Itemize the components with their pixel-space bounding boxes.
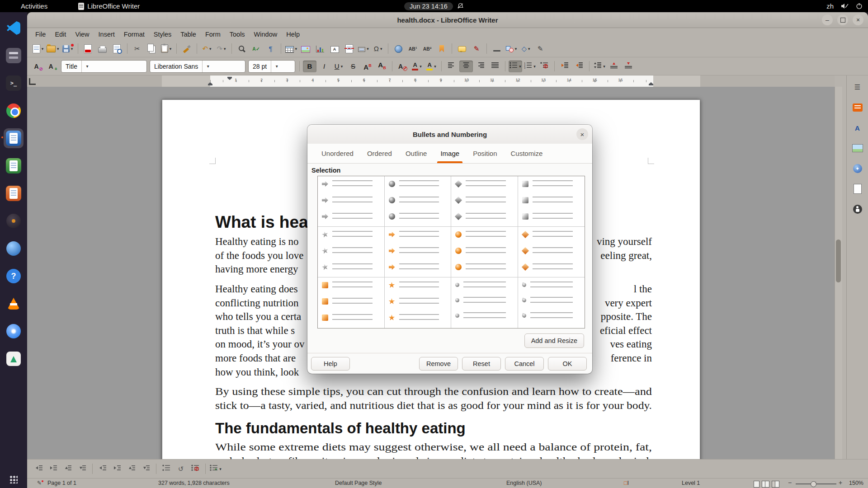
toggle-print-preview-button[interactable]	[110, 43, 124, 55]
dock-item-libreoffice-calc[interactable]	[4, 156, 24, 176]
ordered-list-button[interactable]: 123▾	[523, 61, 537, 72]
tab-unordered[interactable]: Unordered	[315, 144, 360, 163]
menu-help[interactable]: Help	[282, 29, 304, 39]
bullet-option-orange-square[interactable]	[318, 277, 385, 328]
clock[interactable]: Jun 23 14:16	[404, 2, 453, 10]
remove-button[interactable]: Remove	[419, 357, 458, 371]
ok-button[interactable]: OK	[548, 357, 587, 371]
align-left-button[interactable]	[445, 61, 458, 72]
bullet-option-orange-sphere[interactable]	[451, 227, 518, 277]
tab-ordered[interactable]: Ordered	[360, 144, 399, 163]
strikethrough-button[interactable]: S	[346, 61, 360, 72]
accessibility-check-deck-button[interactable]	[851, 203, 864, 216]
reset-button[interactable]: Reset	[462, 357, 501, 371]
dock-item-dark-app[interactable]	[4, 211, 24, 231]
page-count[interactable]: Page 1 of 1	[47, 480, 76, 486]
insert-special-character-button[interactable]: Ω▾	[371, 43, 385, 55]
close-button[interactable]: ×	[853, 14, 863, 25]
keyboard-layout-indicator[interactable]: zh	[826, 2, 834, 10]
dock-item-libreoffice-impress[interactable]	[4, 183, 24, 203]
zoom-in-button[interactable]: +	[839, 479, 842, 486]
tab-stop-selector[interactable]	[29, 78, 36, 85]
zoom-level[interactable]: 150%	[849, 480, 863, 486]
properties-deck-button[interactable]	[851, 101, 864, 114]
styles-deck-button[interactable]: A	[851, 122, 864, 134]
export-pdf-button[interactable]	[81, 43, 95, 55]
superscript-button[interactable]: AB	[361, 61, 374, 72]
promote-with-subpoints-button[interactable]	[96, 463, 109, 475]
window-titlebar[interactable]: health.docx - LibreOffice Writer – ×	[27, 12, 868, 28]
decrease-paragraph-spacing-button[interactable]	[622, 61, 635, 72]
demote-outline-level-button[interactable]	[47, 463, 60, 475]
document-modified-icon[interactable]: ✎	[37, 480, 42, 486]
unordered-list-button[interactable]: ▾	[509, 61, 522, 72]
tab-position[interactable]: Position	[466, 144, 504, 163]
insert-page-break-button[interactable]	[342, 43, 356, 55]
bullet-option-gray-sphere[interactable]	[385, 176, 452, 227]
dock-item-globe-app[interactable]	[4, 239, 24, 258]
demote-with-subpoints-button[interactable]	[110, 463, 124, 475]
selection-mode[interactable]: □I	[624, 480, 629, 486]
maximize-button[interactable]	[837, 14, 848, 25]
decrease-indent-button[interactable]	[572, 61, 586, 72]
line-spacing-button[interactable]: ▾	[593, 61, 606, 72]
vertical-scrollbar[interactable]	[835, 87, 842, 459]
add-and-resize-button[interactable]: Add and Resize	[524, 333, 584, 348]
bullet-option-orange-arrow[interactable]	[385, 227, 452, 277]
gallery-deck-button[interactable]	[851, 142, 864, 155]
find-replace-button[interactable]	[235, 43, 249, 55]
underline-button[interactable]: U▾	[332, 61, 345, 72]
new-style-button[interactable]: A+	[46, 61, 59, 72]
page-deck-button[interactable]	[851, 183, 864, 195]
minimize-button[interactable]: –	[822, 14, 833, 25]
dock-item-vlc[interactable]	[4, 294, 24, 314]
insert-endnote-button[interactable]: AB²	[420, 43, 434, 55]
font-color-button[interactable]: A▾	[410, 61, 424, 72]
scrollbar-thumb[interactable]	[836, 239, 841, 282]
dialog-close-button[interactable]: ×	[576, 128, 588, 140]
move-down-button[interactable]	[75, 463, 89, 475]
paste-button[interactable]: ▾	[160, 43, 173, 55]
tab-outline[interactable]: Outline	[399, 144, 434, 163]
help-button[interactable]: Help	[311, 357, 350, 371]
bullet-option-orange-star[interactable]	[385, 277, 452, 328]
font-size-combo[interactable]: 28 pt▾	[248, 60, 295, 73]
menu-styles[interactable]: Styles	[149, 29, 176, 39]
increase-paragraph-spacing-button[interactable]	[607, 61, 621, 72]
insert-text-box-button[interactable]: A	[328, 43, 341, 55]
dock-item-help[interactable]: ?	[4, 266, 24, 286]
symbol-shapes-button[interactable]: ◇▾	[519, 43, 533, 55]
insert-bookmark-button[interactable]	[435, 43, 448, 55]
zoom-slider-thumb[interactable]	[811, 481, 816, 487]
multi-page-view-button[interactable]	[762, 481, 769, 488]
track-changes-button[interactable]: ✎	[470, 43, 483, 55]
save-button[interactable]: ▾	[61, 43, 75, 55]
justify-button[interactable]	[488, 61, 502, 72]
redo-button[interactable]: ↷▾	[215, 43, 228, 55]
restart-numbering-button[interactable]: ↺	[174, 463, 188, 475]
align-center-button[interactable]	[459, 61, 473, 72]
bullet-option-gray-diamond[interactable]	[451, 176, 518, 227]
dock-item-libreoffice-writer[interactable]	[4, 128, 24, 148]
undo-button[interactable]: ↶▾	[200, 43, 214, 55]
dock-item-chromium[interactable]	[4, 321, 24, 341]
basic-shapes-button[interactable]: ▾	[505, 43, 518, 55]
open-file-button[interactable]: ▾	[46, 43, 60, 55]
zoom-out-button[interactable]: −	[788, 479, 792, 486]
word-count[interactable]: 327 words, 1,928 characters	[158, 480, 230, 486]
subscript-button[interactable]: AB	[375, 61, 389, 72]
spelling-button[interactable]: A✓	[250, 43, 263, 55]
bullet-option-gray-square[interactable]	[518, 176, 585, 227]
page-style[interactable]: Default Page Style	[335, 480, 382, 486]
menu-window[interactable]: Window	[250, 29, 282, 39]
new-document-button[interactable]: ▾	[31, 43, 45, 55]
app-menu[interactable]: LibreOffice Writer	[78, 2, 140, 10]
show-applications-icon[interactable]	[9, 475, 18, 483]
print-button[interactable]	[96, 43, 109, 55]
insert-hyperlink-button[interactable]	[392, 43, 405, 55]
single-page-view-button[interactable]	[754, 481, 760, 488]
dock-item-terminal[interactable]: >_	[4, 73, 24, 93]
menu-format[interactable]: Format	[119, 29, 149, 39]
no-list-button[interactable]	[538, 61, 551, 72]
font-name-combo[interactable]: Liberation Sans▾	[150, 60, 245, 73]
